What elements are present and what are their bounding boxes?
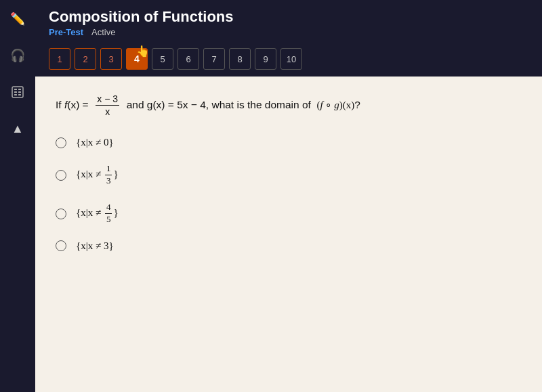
composition-notation: (f ∘ g)(x): [317, 100, 355, 110]
svg-rect-1: [14, 89, 17, 90]
headphones-icon[interactable]: 🎧: [5, 43, 30, 68]
header-subtitle: Pre-Test Active: [49, 27, 528, 37]
svg-rect-5: [14, 94, 17, 95]
nav-btn-5[interactable]: 5: [152, 48, 173, 70]
option-b[interactable]: {x|x ≠ 13}: [56, 163, 515, 187]
svg-rect-4: [18, 91, 21, 93]
nav-btn-3[interactable]: 3: [100, 48, 122, 70]
nav-btn-8[interactable]: 8: [229, 48, 251, 70]
header: Composition of Functions Pre-Test Active: [35, 0, 542, 43]
main-content: Composition of Functions Pre-Test Active…: [35, 0, 542, 392]
radio-c[interactable]: [56, 209, 66, 219]
radio-b[interactable]: [56, 170, 66, 181]
nav-btn-9[interactable]: 9: [255, 48, 276, 70]
option-a-text: {x|x ≠ 0}: [76, 137, 114, 148]
question-content: If f(x) = x − 3 x and g(x) = 5x − 4, wha…: [35, 77, 542, 392]
page-title: Composition of Functions: [49, 8, 528, 26]
nav-btn-7[interactable]: 7: [203, 48, 225, 70]
radio-d[interactable]: [56, 240, 66, 251]
option-c-text: {x|x ≠ 45}: [76, 202, 119, 225]
nav-btn-10[interactable]: 10: [280, 48, 302, 70]
arrow-up-icon[interactable]: ▲: [5, 116, 30, 141]
sidebar: ✏️ 🎧 ▲: [0, 0, 35, 392]
fraction-c: 45: [105, 202, 112, 225]
radio-a[interactable]: [56, 137, 66, 148]
question-text: If f(x) = x − 3 x and g(x) = 5x − 4, wha…: [56, 93, 515, 118]
question-navigation: 1 2 3 4 👆 5 6 7 8 9 10: [35, 43, 542, 77]
option-a[interactable]: {x|x ≠ 0}: [56, 137, 515, 148]
calculator-icon[interactable]: [5, 80, 30, 104]
nav-btn-6[interactable]: 6: [178, 48, 199, 70]
active-label: Active: [91, 27, 115, 37]
option-c[interactable]: {x|x ≠ 45}: [56, 202, 515, 225]
option-d-text: {x|x ≠ 3}: [76, 240, 114, 252]
nav-btn-4[interactable]: 4 👆: [126, 48, 148, 70]
nav-btn-2[interactable]: 2: [75, 48, 96, 70]
nav-btn-1[interactable]: 1: [49, 48, 70, 70]
svg-rect-6: [18, 94, 21, 95]
svg-rect-0: [12, 87, 23, 97]
svg-rect-2: [18, 89, 21, 90]
option-b-text: {x|x ≠ 13}: [76, 163, 119, 187]
fraction-b: 13: [105, 163, 112, 187]
answer-options: {x|x ≠ 0} {x|x ≠ 13} {x|x ≠ 45} {x|x ≠ 3…: [56, 137, 515, 252]
pre-test-label: Pre-Test: [49, 27, 83, 37]
svg-rect-3: [14, 91, 17, 93]
pencil-icon[interactable]: ✏️: [5, 7, 30, 31]
option-d[interactable]: {x|x ≠ 3}: [56, 240, 515, 252]
fraction-display: x − 3 x: [96, 93, 119, 118]
